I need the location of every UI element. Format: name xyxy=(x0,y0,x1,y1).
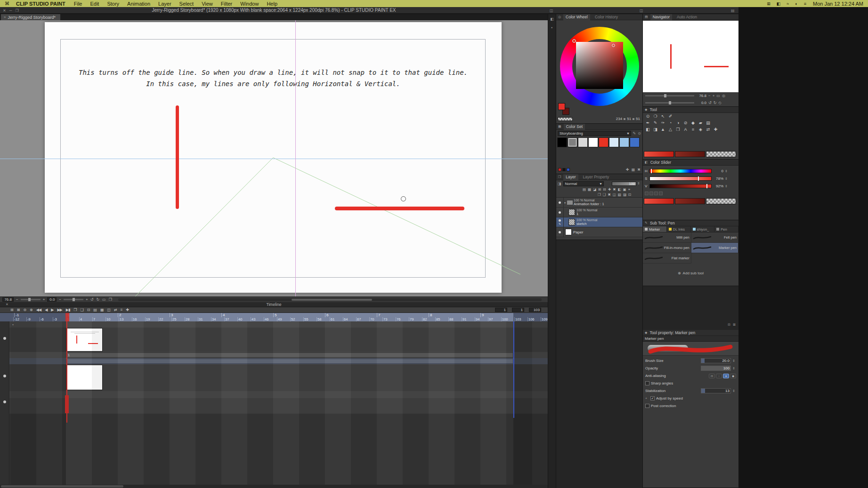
color-set-footer-icon[interactable]: ▦ xyxy=(632,168,635,172)
collapsed-palette-icon[interactable]: ◧ xyxy=(550,17,554,21)
track-expand-icon[interactable]: ▾ xyxy=(12,323,14,326)
navigator-zoom-icon[interactable]: ▭ xyxy=(716,94,720,98)
layer-toolbar-icon[interactable]: ⊞ xyxy=(598,187,601,192)
navigator-rotate-slider[interactable] xyxy=(645,102,694,104)
rotate-left-icon[interactable]: − xyxy=(59,297,61,302)
rotate-slider-thumb[interactable] xyxy=(73,298,75,301)
canvas-h-scrollbar[interactable] xyxy=(118,298,542,301)
timeline-h-scrollbar-thumb[interactable] xyxy=(1,485,123,488)
sub-color-tile[interactable] xyxy=(675,198,705,204)
tool-icon[interactable]: ⇄ xyxy=(705,127,711,132)
track-visibility-icon[interactable] xyxy=(3,337,6,340)
eye-icon[interactable] xyxy=(559,219,561,222)
tool-icon[interactable]: ⊘ xyxy=(682,120,689,125)
stepper-icon[interactable]: ⇕ xyxy=(725,177,728,181)
transparent-color-swatch[interactable] xyxy=(558,117,573,121)
track-thumbnail-row-1[interactable] xyxy=(0,328,548,352)
timeline-toolbar-icon[interactable]: ❐ xyxy=(73,308,76,312)
saturation-slider[interactable] xyxy=(649,176,712,181)
track-thumbnail-row-2[interactable] xyxy=(0,364,548,391)
navigator-zoom-slider[interactable] xyxy=(645,95,694,96)
layer-toolbar-icon[interactable]: ▧ xyxy=(618,192,621,197)
selected-clip-bar[interactable] xyxy=(66,359,513,364)
track-visibility-icon[interactable] xyxy=(3,400,6,403)
menu-item[interactable]: Edit xyxy=(90,1,99,7)
sub-tool-item[interactable]: Milli pen xyxy=(643,232,691,243)
track-row[interactable] xyxy=(0,391,548,398)
layer-toolbar-icon[interactable]: ▨ xyxy=(623,192,626,197)
color-swatch[interactable] xyxy=(619,137,629,147)
color-set-footer-icon[interactable]: ✚ xyxy=(626,168,629,172)
zoom-slider-thumb[interactable] xyxy=(28,298,31,301)
tool-icon[interactable]: ◧ xyxy=(645,127,651,132)
aa-middle-button[interactable]: ● xyxy=(723,374,729,378)
tool-icon[interactable]: ✎ xyxy=(652,120,658,125)
stepper-icon[interactable]: ⇕ xyxy=(732,359,736,363)
tool-icon[interactable]: A xyxy=(682,127,689,132)
stepper-icon[interactable]: ⇕ xyxy=(732,389,736,393)
track-folder-row[interactable]: ▾ xyxy=(0,321,548,328)
timeline-toolbar-icon[interactable]: ◀ xyxy=(45,308,47,312)
color-set-tool-icon[interactable]: ✎ xyxy=(633,131,636,136)
timeline-start-frame[interactable]: 1 xyxy=(495,308,507,312)
tab-auto-action[interactable]: Auto Action xyxy=(674,14,699,20)
stepper-icon[interactable]: ⇕ xyxy=(732,367,736,370)
track-clip-row[interactable]: 1 xyxy=(0,352,548,358)
tool-icon[interactable]: ⊙ xyxy=(645,114,651,119)
layer-visibility-cell[interactable] xyxy=(556,208,564,217)
saturation-value-square[interactable] xyxy=(576,42,623,89)
tab-color-history[interactable]: Color History xyxy=(592,14,620,20)
layer-toolbar-icon[interactable]: ▤ xyxy=(583,187,586,192)
status-icon[interactable]: ◐ xyxy=(795,1,797,6)
navigator-zoom-icon[interactable]: ◎ xyxy=(722,94,725,98)
tool-icon[interactable]: ◈ xyxy=(698,127,704,132)
stepper-icon[interactable]: ⇕ xyxy=(725,184,728,188)
brush-size-value[interactable]: 20.0 xyxy=(722,359,730,363)
adjust-by-speed-checkbox[interactable]: ✓ xyxy=(650,396,655,400)
layer-row-sketch-selected[interactable]: ✎ 100 % Normal sketch xyxy=(556,217,642,227)
navigator-rotate-thumb[interactable] xyxy=(669,101,671,104)
timeline-current-frame[interactable]: 1 xyxy=(512,308,524,312)
hue-indicator[interactable] xyxy=(572,39,576,43)
stabilization-value[interactable]: 13 xyxy=(725,389,730,393)
tool-icon[interactable]: ✒ xyxy=(645,120,651,125)
eye-icon[interactable] xyxy=(559,211,561,214)
navigator-preview[interactable] xyxy=(643,21,738,92)
sub-tool-tab[interactable]: Marker xyxy=(643,226,667,232)
navigator-rotate-icon[interactable]: ◇ xyxy=(718,101,721,105)
color-set-tool-icon[interactable]: ⊙ xyxy=(638,131,641,136)
clip-end-marker[interactable] xyxy=(513,321,514,418)
color-mode-tab[interactable] xyxy=(649,192,653,195)
tool-icon[interactable]: ≡ xyxy=(690,127,696,132)
canvas-h-scrollbar-thumb[interactable] xyxy=(292,299,372,301)
sub-tool-tab[interactable]: shiyon_ xyxy=(691,226,715,232)
color-mode-tab[interactable] xyxy=(654,192,658,195)
value-value[interactable]: 92% xyxy=(713,184,723,188)
tool-icon[interactable]: ▤ xyxy=(705,120,711,125)
status-icon[interactable]: ⊞ xyxy=(767,1,771,6)
color-set-footer-icon[interactable]: ✖ xyxy=(637,168,641,172)
timeline-toolbar-icon[interactable]: ▤ xyxy=(93,308,97,312)
blend-mode-select[interactable]: Normal ▾ xyxy=(563,181,604,186)
hue-slider[interactable] xyxy=(649,169,712,173)
tool-icon[interactable]: ◔ xyxy=(667,120,673,125)
track-row[interactable] xyxy=(0,398,548,414)
menu-item[interactable]: Help xyxy=(267,1,277,7)
navigator-zoom-thumb[interactable] xyxy=(664,94,666,97)
timeline-close-icon[interactable]: ✕ xyxy=(6,303,8,306)
eye-icon[interactable] xyxy=(559,201,561,204)
dock-collapse-icon[interactable]: ◫ xyxy=(550,8,553,13)
opacity-slider[interactable]: 100 xyxy=(701,366,731,371)
tool-icon[interactable]: △ xyxy=(667,127,673,132)
tool-icon[interactable]: ◑ xyxy=(675,120,681,125)
menu-item[interactable]: Story xyxy=(107,1,119,7)
mini-color-swatch[interactable] xyxy=(562,168,566,171)
collapsed-palette-icon[interactable]: ▪ xyxy=(552,25,553,30)
layer-toolbar-icon[interactable]: ▦ xyxy=(588,187,591,192)
menu-item[interactable]: Animation xyxy=(127,1,150,7)
aa-strong-button[interactable]: ◉ xyxy=(730,374,736,378)
sub-tool-item[interactable]: Felt pen xyxy=(691,232,738,243)
layer-toolbar-icon[interactable]: ✖ xyxy=(613,187,616,192)
timeline-toolbar-icon[interactable]: ⊞ xyxy=(10,308,13,312)
navigator-zoom-icon[interactable]: + xyxy=(713,94,715,98)
